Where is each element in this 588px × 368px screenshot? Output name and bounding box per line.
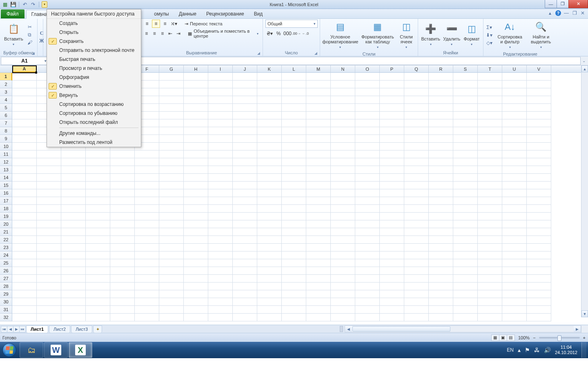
cell[interactable] bbox=[453, 174, 478, 182]
cell[interactable] bbox=[61, 174, 86, 182]
cell[interactable] bbox=[306, 96, 331, 104]
cell[interactable] bbox=[404, 135, 429, 143]
cell[interactable] bbox=[86, 306, 110, 314]
cell[interactable] bbox=[404, 213, 429, 220]
cell[interactable] bbox=[282, 236, 306, 244]
fill-icon[interactable]: ⬇▾ bbox=[486, 32, 492, 38]
align-middle-icon[interactable]: ≡ bbox=[152, 20, 160, 28]
cell[interactable] bbox=[331, 81, 355, 88]
cell[interactable] bbox=[233, 143, 257, 150]
cell[interactable] bbox=[12, 127, 37, 135]
decrease-indent-icon[interactable]: ⇤ bbox=[167, 29, 174, 38]
cell[interactable] bbox=[306, 251, 331, 259]
zoom-out-icon[interactable]: − bbox=[533, 335, 535, 340]
cell[interactable] bbox=[184, 306, 208, 314]
cell[interactable] bbox=[502, 88, 527, 96]
cell[interactable] bbox=[429, 182, 453, 189]
cell[interactable] bbox=[135, 182, 159, 189]
align-center-icon[interactable]: ≡ bbox=[151, 29, 158, 38]
scroll-right-icon[interactable]: ▶ bbox=[574, 326, 581, 332]
column-header[interactable]: G bbox=[159, 65, 184, 72]
cell[interactable] bbox=[184, 197, 208, 205]
cell[interactable] bbox=[429, 73, 453, 81]
cell[interactable] bbox=[184, 228, 208, 236]
cell[interactable] bbox=[453, 127, 478, 135]
cell[interactable] bbox=[159, 298, 184, 306]
cell[interactable] bbox=[233, 81, 257, 88]
cell[interactable] bbox=[331, 290, 355, 298]
cell[interactable] bbox=[380, 251, 404, 259]
qat-menu-item[interactable]: Открыть bbox=[47, 28, 141, 37]
cell[interactable] bbox=[233, 112, 257, 119]
tab-data[interactable]: Данные bbox=[174, 9, 201, 18]
cell[interactable] bbox=[331, 306, 355, 314]
cell[interactable] bbox=[233, 150, 257, 158]
cell[interactable] bbox=[110, 158, 135, 166]
column-header[interactable]: K bbox=[257, 65, 282, 72]
cell[interactable] bbox=[527, 135, 551, 143]
cell[interactable] bbox=[184, 174, 208, 182]
cell-styles-button[interactable]: ◫Стили ячеек▾ bbox=[397, 20, 415, 51]
cell[interactable] bbox=[184, 251, 208, 259]
cell[interactable] bbox=[86, 158, 110, 166]
cell[interactable] bbox=[478, 88, 502, 96]
cell[interactable] bbox=[306, 298, 331, 306]
cell[interactable] bbox=[404, 104, 429, 112]
cell[interactable] bbox=[380, 143, 404, 150]
cell[interactable] bbox=[404, 166, 429, 174]
cell[interactable] bbox=[404, 73, 429, 81]
cell[interactable] bbox=[453, 182, 478, 189]
cell[interactable] bbox=[380, 127, 404, 135]
cell[interactable] bbox=[159, 228, 184, 236]
cell[interactable] bbox=[478, 119, 502, 127]
cell[interactable] bbox=[331, 213, 355, 220]
cell[interactable] bbox=[184, 213, 208, 220]
cell[interactable] bbox=[478, 220, 502, 228]
cell[interactable] bbox=[61, 275, 86, 283]
cell[interactable] bbox=[502, 306, 527, 314]
cell[interactable] bbox=[453, 275, 478, 283]
cell[interactable] bbox=[86, 205, 110, 213]
cell[interactable] bbox=[355, 244, 380, 251]
cell[interactable] bbox=[233, 251, 257, 259]
cell[interactable] bbox=[429, 158, 453, 166]
scroll-left-icon[interactable]: ◀ bbox=[345, 326, 352, 332]
cell[interactable] bbox=[233, 119, 257, 127]
cell[interactable] bbox=[12, 306, 37, 314]
cell[interactable] bbox=[404, 267, 429, 275]
cell[interactable] bbox=[233, 166, 257, 174]
cell[interactable] bbox=[429, 267, 453, 275]
row-header[interactable]: 4 bbox=[0, 96, 12, 104]
cell[interactable] bbox=[355, 96, 380, 104]
cell[interactable] bbox=[306, 290, 331, 298]
cell[interactable] bbox=[184, 135, 208, 143]
cell[interactable] bbox=[306, 127, 331, 135]
cell[interactable] bbox=[282, 104, 306, 112]
cell[interactable] bbox=[331, 158, 355, 166]
expand-formula-bar-icon[interactable]: ⌄ bbox=[581, 58, 587, 64]
cell[interactable] bbox=[208, 166, 233, 174]
cell[interactable] bbox=[61, 197, 86, 205]
cell[interactable] bbox=[306, 213, 331, 220]
cell[interactable] bbox=[184, 81, 208, 88]
cell[interactable] bbox=[12, 158, 37, 166]
align-top-icon[interactable]: ≡ bbox=[143, 20, 151, 28]
cell[interactable] bbox=[478, 275, 502, 283]
row-header[interactable]: 19 bbox=[0, 213, 12, 220]
cell[interactable] bbox=[355, 298, 380, 306]
cell[interactable] bbox=[355, 290, 380, 298]
cell[interactable] bbox=[159, 112, 184, 119]
cell[interactable] bbox=[478, 158, 502, 166]
cell[interactable] bbox=[478, 182, 502, 189]
cell[interactable] bbox=[37, 259, 61, 267]
cell[interactable] bbox=[478, 143, 502, 150]
cell[interactable] bbox=[208, 251, 233, 259]
cell[interactable] bbox=[355, 251, 380, 259]
cell[interactable] bbox=[331, 220, 355, 228]
cell[interactable] bbox=[282, 298, 306, 306]
qat-menu-item[interactable]: Просмотр и печать bbox=[47, 64, 141, 73]
cell[interactable] bbox=[429, 88, 453, 96]
cell[interactable] bbox=[380, 135, 404, 143]
close-button[interactable]: ✕ bbox=[568, 0, 588, 8]
align-bottom-icon[interactable]: ≡ bbox=[161, 20, 169, 28]
